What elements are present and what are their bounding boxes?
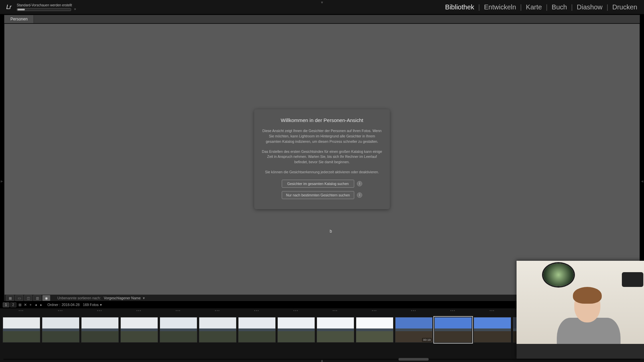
filmstrip-thumbnail[interactable]: •••	[80, 308, 119, 351]
bottom-panel-toggle[interactable]: ▴	[321, 358, 323, 362]
grid-toggle-icon[interactable]: ⊞	[17, 303, 22, 307]
scrollbar-thumb[interactable]	[398, 358, 429, 361]
source-path-label: Ordner :	[47, 303, 60, 307]
filmstrip-thumbnail[interactable]: •••	[41, 308, 80, 351]
module-bibliothek[interactable]: Bibliothek	[444, 3, 476, 11]
dialog-paragraph: Diese Ansicht zeigt Ihnen die Gesichter …	[262, 128, 382, 144]
dialog-paragraph: Sie können die Gesichtserkennung jederze…	[262, 170, 382, 175]
info-icon[interactable]: i	[357, 181, 362, 186]
grid-view-icon[interactable]: ▦	[6, 295, 14, 301]
sort-value[interactable]: Vorgeschlagener Name	[104, 296, 141, 300]
progress-indicator: Standard-Vorschauen werden erstellt ×	[17, 3, 72, 11]
filmstrip-thumbnail[interactable]: •••	[2, 308, 41, 351]
thumb-drag-handle[interactable]: •••	[434, 309, 472, 312]
module-separator: |	[568, 3, 575, 11]
dialog-paragraph: Das Erstellen des ersten Gesichtsindex f…	[262, 149, 382, 165]
app-logo: Lr	[0, 3, 15, 11]
people-welcome-dialog: Willkommen in der Personen-Ansicht Diese…	[254, 109, 390, 209]
filmstrip-thumbnail[interactable]: •••	[355, 308, 394, 351]
left-panel-toggle[interactable]: ▸	[1, 178, 3, 184]
compare-view-icon[interactable]: ◫	[24, 295, 32, 301]
top-bar: Lr Standard-Vorschauen werden erstellt ×…	[0, 0, 644, 14]
progress-label: Standard-Vorschauen werden erstellt	[17, 3, 72, 7]
source-path-value[interactable]: 2018-04-28	[62, 303, 80, 307]
module-separator: |	[543, 3, 550, 11]
main-canvas: Willkommen in der Personen-Ansicht Diese…	[4, 23, 640, 295]
filmstrip-thumbnail[interactable]: •••	[237, 308, 276, 351]
monitor-1-button[interactable]: 1	[3, 302, 9, 307]
thumb-drag-handle[interactable]: •••	[2, 309, 41, 312]
camera-prop	[622, 272, 643, 287]
source-dropdown-icon[interactable]: ▾	[100, 303, 102, 307]
module-entwickeln[interactable]: Entwickeln	[483, 3, 518, 11]
filmstrip-thumbnail[interactable]: •••	[316, 308, 355, 351]
thumb-drag-handle[interactable]: •••	[316, 309, 355, 312]
module-drucken[interactable]: Drucken	[611, 3, 639, 11]
view-tab-strip: Personen	[4, 15, 640, 23]
thumb-drag-handle[interactable]: •••	[41, 309, 80, 312]
filmstrip-thumbnail[interactable]: •••00:19	[394, 308, 433, 351]
close-secondary-icon[interactable]: ✕	[22, 303, 28, 307]
thumb-drag-handle[interactable]: •••	[120, 309, 158, 312]
thumb-drag-handle[interactable]: •••	[277, 309, 315, 312]
filmstrip-thumbnail[interactable]: •••	[277, 308, 315, 351]
thumb-drag-handle[interactable]: •••	[355, 309, 394, 312]
filmstrip-thumbnail[interactable]: •••	[159, 308, 198, 351]
sort-label: Unbenannte sortieren nach:	[57, 296, 101, 300]
module-karte[interactable]: Karte	[525, 3, 543, 11]
sort-dropdown-icon[interactable]: ▾	[143, 296, 145, 300]
module-separator: |	[604, 3, 611, 11]
desk	[517, 344, 644, 359]
text-cursor-mark: b	[330, 229, 332, 234]
loupe-view-icon[interactable]: ▭	[15, 295, 23, 301]
progress-bar: ×	[17, 8, 71, 11]
filmstrip-thumbnail[interactable]: •••	[198, 308, 237, 351]
progress-close-button[interactable]: ×	[74, 7, 76, 11]
people-view-icon[interactable]: ◉	[42, 295, 50, 301]
thumb-drag-handle[interactable]: •••	[198, 309, 237, 312]
find-faces-selection-button[interactable]: Nur nach bestimmten Gesichtern suchen	[282, 191, 354, 199]
survey-view-icon[interactable]: ▥	[33, 295, 41, 301]
top-panel-toggle[interactable]: ▾	[321, 0, 323, 5]
tab-personen[interactable]: Personen	[4, 15, 34, 23]
filmstrip-thumbnail[interactable]: •••	[473, 308, 512, 351]
add-button[interactable]: +	[28, 303, 33, 307]
module-diashow[interactable]: Diashow	[576, 3, 604, 11]
webcam-overlay	[517, 261, 644, 359]
photo-count: 169 Fotos	[83, 303, 99, 307]
module-separator: |	[476, 3, 483, 11]
dialog-title: Willkommen in der Personen-Ansicht	[262, 117, 382, 123]
thumb-drag-handle[interactable]: •••	[394, 309, 433, 312]
module-picker: Bibliothek | Entwickeln | Karte | Buch |…	[444, 0, 639, 14]
presenter	[553, 281, 621, 355]
find-faces-catalog-button[interactable]: Gesichter im gesamten Katalog suchen	[282, 180, 354, 188]
thumb-drag-handle[interactable]: •••	[80, 309, 119, 312]
prev-source-icon[interactable]: ◂	[33, 303, 39, 307]
thumb-drag-handle[interactable]: •••	[237, 309, 276, 312]
filmstrip-thumbnail[interactable]: •••	[434, 308, 472, 351]
thumb-drag-handle[interactable]: •••	[473, 309, 512, 312]
next-source-icon[interactable]: ▸	[39, 303, 44, 307]
filmstrip-thumbnail[interactable]: •••	[120, 308, 158, 351]
progress-fill	[17, 9, 25, 10]
video-duration-badge: 00:19	[422, 338, 432, 342]
module-separator: |	[518, 3, 525, 11]
thumb-drag-handle[interactable]: •••	[159, 309, 198, 312]
right-panel-toggle[interactable]: ◂	[641, 178, 643, 184]
module-buch[interactable]: Buch	[550, 3, 569, 11]
monitor-2-button[interactable]: 2	[10, 302, 17, 307]
info-icon[interactable]: i	[357, 192, 362, 198]
